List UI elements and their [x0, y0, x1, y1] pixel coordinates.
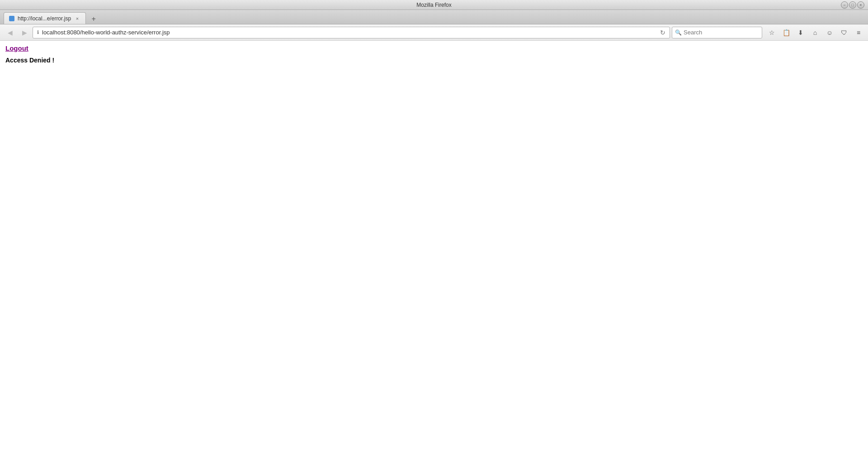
bookmark-star-button[interactable]: ☆ — [766, 27, 778, 38]
tab-favicon — [9, 15, 15, 22]
secure-icon: ℹ — [36, 29, 40, 35]
active-tab[interactable]: http://local...e/error.jsp × — [4, 12, 86, 24]
browser-content: Logout Access Denied ! — [0, 41, 868, 467]
menu-button[interactable]: ≡ — [853, 27, 864, 38]
nav-bar: ◀ ▶ ℹ ↻ 🔍 ☆ 📋 ⬇ ⌂ ☺ 🛡 ≡ — [0, 24, 868, 41]
minimize-button[interactable]: − — [841, 1, 848, 9]
maximize-button[interactable]: □ — [849, 1, 856, 9]
home-button[interactable]: ⌂ — [809, 27, 821, 38]
back-button[interactable]: ◀ — [4, 26, 16, 39]
close-button[interactable]: × — [857, 1, 864, 9]
shield-button[interactable]: 🛡 — [838, 27, 850, 38]
favicon-image — [9, 16, 14, 21]
search-bar-container: 🔍 — [672, 27, 762, 38]
search-icon: 🔍 — [675, 29, 682, 36]
forward-button[interactable]: ▶ — [18, 26, 31, 39]
download-button[interactable]: ⬇ — [795, 27, 807, 38]
address-bar-container: ℹ ↻ — [33, 27, 670, 38]
window-title: Mozilla Firefox — [416, 2, 451, 8]
refresh-button[interactable]: ↻ — [659, 29, 667, 36]
toolbar-icons: ☆ 📋 ⬇ ⌂ ☺ 🛡 ≡ — [766, 27, 864, 38]
title-bar: Mozilla Firefox − □ × — [0, 0, 868, 10]
window-controls[interactable]: − □ × — [841, 1, 864, 9]
logout-link[interactable]: Logout — [5, 44, 28, 52]
smiley-button[interactable]: ☺ — [824, 27, 835, 38]
tab-bar: http://local...e/error.jsp × + — [0, 10, 868, 24]
address-bar[interactable] — [42, 29, 657, 36]
access-denied-text: Access Denied ! — [5, 57, 863, 64]
tab-title: http://local...e/error.jsp — [18, 15, 71, 22]
tab-close-button[interactable]: × — [74, 15, 81, 22]
search-input[interactable] — [684, 29, 760, 36]
new-tab-button[interactable]: + — [88, 14, 99, 24]
reading-list-button[interactable]: 📋 — [780, 27, 792, 38]
